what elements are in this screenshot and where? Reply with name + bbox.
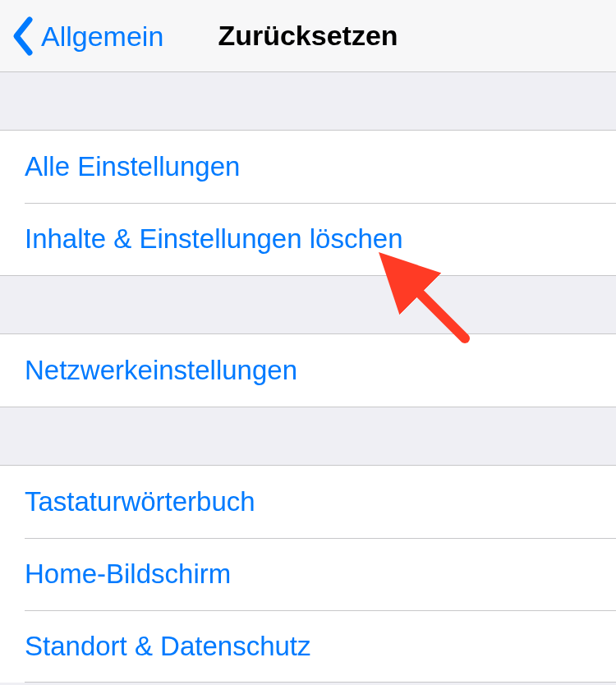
back-label: Allgemein — [41, 21, 163, 53]
nav-bar: Allgemein Zurücksetzen — [0, 0, 616, 72]
back-button[interactable]: Allgemein — [5, 0, 163, 72]
list-item-label: Standort & Datenschutz — [25, 631, 311, 662]
reset-all-settings[interactable]: Alle Einstellungen — [0, 131, 616, 203]
reset-home-screen[interactable]: Home-Bildschirm — [0, 538, 616, 610]
list-item-label: Tastaturwörterbuch — [25, 486, 255, 517]
list-group: Alle Einstellungen Inhalte & Einstellung… — [0, 130, 616, 276]
reset-network-settings[interactable]: Netzwerkeinstellungen — [0, 334, 616, 407]
list-group: Netzwerkeinstellungen — [0, 333, 616, 407]
section-spacer — [0, 72, 616, 130]
section-spacer — [0, 276, 616, 333]
section-spacer — [0, 407, 616, 465]
erase-content-settings[interactable]: Inhalte & Einstellungen löschen — [0, 203, 616, 275]
list-item-label: Alle Einstellungen — [25, 151, 240, 182]
reset-location-privacy[interactable]: Standort & Datenschutz — [0, 610, 616, 683]
reset-keyboard-dictionary[interactable]: Tastaturwörterbuch — [0, 466, 616, 538]
chevron-left-icon — [5, 0, 41, 72]
list-group: Tastaturwörterbuch Home-Bildschirm Stand… — [0, 465, 616, 683]
list-item-label: Inhalte & Einstellungen löschen — [25, 223, 403, 255]
list-item-label: Netzwerkeinstellungen — [25, 355, 297, 386]
list-item-label: Home-Bildschirm — [25, 559, 231, 590]
